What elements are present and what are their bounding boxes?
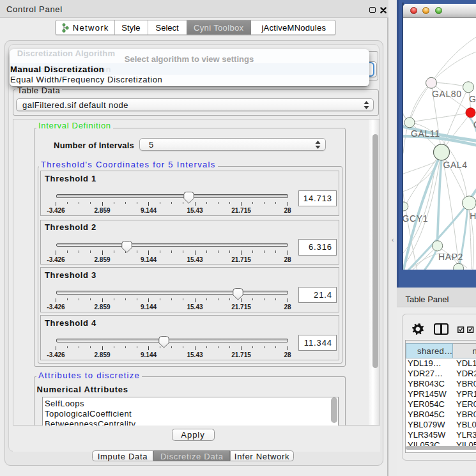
svg-text:GAL11: GAL11 — [411, 128, 440, 139]
svg-text:GA: GA — [469, 94, 476, 104]
svg-text:GCY1: GCY1 — [403, 213, 428, 223]
svg-text:HAP2: HAP2 — [438, 251, 463, 261]
svg-text:GAL4: GAL4 — [443, 160, 467, 170]
svg-text:GAL80: GAL80 — [432, 88, 462, 98]
svg-text:CY: CY — [473, 119, 476, 130]
svg-text:HI: HI — [470, 211, 476, 221]
